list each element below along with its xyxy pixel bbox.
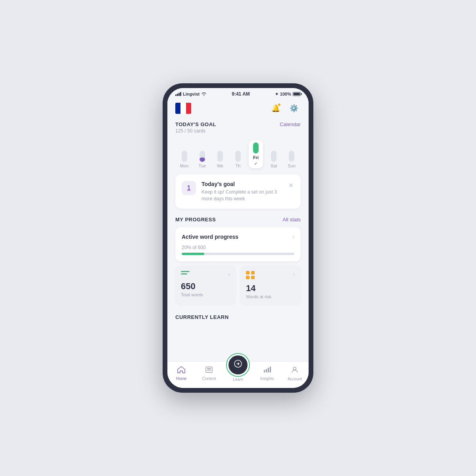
grid-cell-3 xyxy=(246,276,250,279)
status-time: 9:41 AM xyxy=(232,91,250,97)
carrier-label: Lingvist xyxy=(183,92,200,96)
status-right: ✦ 100% xyxy=(275,92,301,97)
day-tue[interactable]: Tue xyxy=(195,151,209,168)
week-calendar: Mon Tue We Th xyxy=(167,135,309,171)
notification-button[interactable]: 🔔 xyxy=(269,102,282,115)
header-icons: 🔔 ⚙️ xyxy=(269,102,301,115)
bottom-nav: Home Content xyxy=(167,361,309,388)
svg-rect-6 xyxy=(268,368,269,372)
words-at-risk-top: › xyxy=(246,271,295,279)
total-words-card[interactable]: › 650 Total words xyxy=(175,265,236,305)
settings-button[interactable]: ⚙️ xyxy=(287,102,301,115)
day-wed-label: We xyxy=(217,163,223,168)
nav-account[interactable]: Account xyxy=(285,366,305,381)
todays-goal-info: TODAY'S GOAL 125 / 50 cards xyxy=(175,121,216,134)
nav-learn-label: Learn xyxy=(233,377,243,382)
nav-content[interactable]: Content xyxy=(199,366,219,381)
day-thu[interactable]: Th xyxy=(231,151,245,168)
day-tue-label: Tue xyxy=(198,163,206,168)
calendar-link[interactable]: Calendar xyxy=(280,121,301,127)
status-bar: Lingvist 9:41 AM ✦ 100% xyxy=(167,88,309,98)
day-fri[interactable]: Fri ✓ xyxy=(249,140,263,168)
day-mon-bar xyxy=(182,151,187,162)
flag-blue xyxy=(175,103,180,114)
line-1 xyxy=(181,271,190,272)
day-wed[interactable]: We xyxy=(213,151,227,168)
day-sun[interactable]: Sun xyxy=(284,151,299,168)
day-mon-label: Mon xyxy=(180,163,188,168)
currently-learn-section: CURRENTLY LEARN xyxy=(167,313,309,320)
day-fri-check: ✓ xyxy=(254,161,257,166)
status-left: Lingvist xyxy=(175,92,207,96)
phone-frame: Lingvist 9:41 AM ✦ 100% xyxy=(163,83,313,393)
progress-track xyxy=(182,253,294,255)
flag-red xyxy=(186,103,191,114)
svg-rect-5 xyxy=(266,369,267,372)
svg-rect-2 xyxy=(207,370,211,370)
day-mon[interactable]: Mon xyxy=(177,151,192,168)
stat-cards-row: › 650 Total words xyxy=(175,265,301,305)
screen-content: 🔔 ⚙️ TODAY'S GOAL 125 / 50 cards Calenda… xyxy=(167,98,309,361)
nav-insights[interactable]: Insights xyxy=(257,366,277,381)
currently-learn-title: CURRENTLY LEARN xyxy=(175,314,301,320)
todays-goal-header: TODAY'S GOAL 125 / 50 cards Calendar xyxy=(167,120,309,135)
language-flag[interactable] xyxy=(175,103,191,114)
flag-white xyxy=(180,103,186,114)
progress-percent-label: 20% of 600 xyxy=(182,245,294,250)
day-thu-label: Th xyxy=(236,163,241,168)
day-fri-bar xyxy=(253,142,259,154)
nav-home[interactable]: Home xyxy=(171,366,191,381)
day-sat[interactable]: Sat xyxy=(267,151,281,168)
lines-icon xyxy=(181,271,190,274)
words-at-risk-label: Words at risk xyxy=(246,294,295,299)
grid-cell-4 xyxy=(251,276,255,279)
learn-fab-button[interactable] xyxy=(227,354,249,376)
svg-rect-7 xyxy=(270,367,271,372)
words-at-risk-chevron: › xyxy=(293,271,295,277)
learn-fab-icon xyxy=(233,359,243,371)
day-sun-bar xyxy=(289,151,294,162)
day-sat-label: Sat xyxy=(271,163,277,168)
words-at-risk-card[interactable]: › 14 Words at risk xyxy=(240,265,301,305)
total-words-top: › xyxy=(181,271,230,277)
day-wed-bar xyxy=(217,151,223,162)
my-progress-section: MY PROGRESS All stats Active word progre… xyxy=(167,213,309,313)
total-words-chevron: › xyxy=(228,271,230,277)
my-progress-header: MY PROGRESS All stats xyxy=(167,215,309,224)
words-at-risk-number: 14 xyxy=(246,283,295,294)
day-tue-bar xyxy=(200,151,205,162)
nav-home-label: Home xyxy=(176,376,187,381)
content-icon xyxy=(205,366,213,375)
grid-icon xyxy=(246,271,255,279)
active-word-header: Active word progress › xyxy=(182,234,294,240)
nav-learn[interactable]: Learn xyxy=(227,365,249,382)
todays-goal-progress: 125 / 50 cards xyxy=(175,128,216,134)
bluetooth-icon: ✦ xyxy=(275,92,278,97)
svg-point-8 xyxy=(294,367,296,370)
all-stats-link[interactable]: All stats xyxy=(282,217,301,223)
goal-card-title: Today's goal xyxy=(202,181,282,187)
active-word-title: Active word progress xyxy=(182,234,238,240)
wifi-icon xyxy=(201,92,207,96)
goal-number: 1 xyxy=(182,181,196,195)
account-icon xyxy=(291,366,299,376)
day-sat-bar xyxy=(271,151,276,162)
day-thu-bar xyxy=(235,151,241,162)
active-word-card[interactable]: Active word progress › 20% of 600 xyxy=(175,227,301,261)
todays-goal-title: TODAY'S GOAL xyxy=(175,121,216,127)
svg-rect-4 xyxy=(264,370,265,372)
svg-rect-1 xyxy=(207,368,211,369)
app-header: 🔔 ⚙️ xyxy=(167,98,309,120)
my-progress-title: MY PROGRESS xyxy=(175,217,216,223)
battery-icon xyxy=(293,92,301,96)
grid-cell-2 xyxy=(251,271,255,274)
goal-card-desc: Keep it up! Complete a set on just 3 mor… xyxy=(202,189,282,202)
phone-screen: Lingvist 9:41 AM ✦ 100% xyxy=(167,88,309,388)
goal-close-button[interactable]: ✕ xyxy=(288,181,294,190)
insights-icon xyxy=(263,366,271,375)
gear-icon: ⚙️ xyxy=(290,104,298,113)
nav-content-label: Content xyxy=(202,376,216,381)
line-2 xyxy=(181,273,187,274)
day-fri-label: Fri xyxy=(253,155,259,160)
nav-account-label: Account xyxy=(288,377,302,381)
